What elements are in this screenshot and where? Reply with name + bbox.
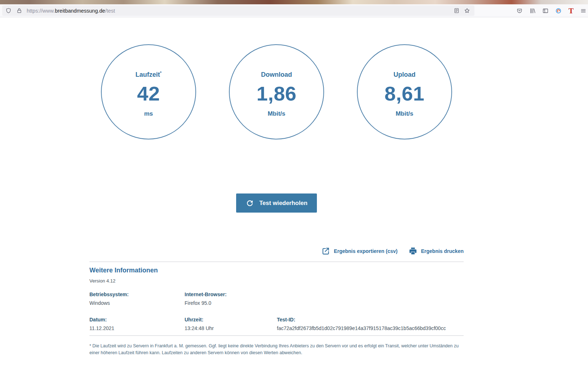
latency-footnote: * Die Laufzeit wird zu Servern in Frankf… (89, 343, 461, 356)
info-cell-date: Datum: 11.12.2021 (89, 316, 185, 331)
menu-hamburger-icon[interactable] (580, 8, 586, 14)
gauge-latency-label: Laufzeit* (136, 69, 162, 79)
repeat-test-button[interactable]: Test wiederholen (236, 193, 317, 213)
info-row-test: Datum: 11.12.2021 Uhrzeit: 13:24:48 Uhr … (89, 316, 464, 331)
refresh-icon (246, 199, 254, 208)
tracking-protection-shield-icon[interactable] (5, 8, 12, 14)
reader-view-icon[interactable] (454, 8, 460, 14)
gauge-download-unit: Mbit/s (268, 110, 285, 117)
url-text[interactable]: https://www.breitbandmessung.de/test (27, 8, 454, 14)
result-actions: Ergebnis exportieren (csv) Ergebnis druc… (89, 246, 464, 255)
window-background-strip (0, 0, 588, 4)
divider-top (89, 262, 464, 262)
toolbar-buttons: T (516, 5, 586, 16)
browser-toolbar: https://www.breitbandmessung.de/test (0, 4, 588, 17)
browser-value: Firefox 95.0 (185, 300, 277, 306)
gauge-upload: Upload 8,61 Mbit/s (357, 44, 452, 139)
gauge-upload-unit: Mbit/s (395, 110, 413, 117)
url-domain: breitbandmessung.de (55, 8, 105, 14)
os-label: Betriebssystem: (89, 291, 185, 298)
printer-icon (408, 246, 417, 255)
url-path: /test (105, 8, 115, 14)
version-text: Version 4.12 (89, 278, 464, 284)
gauge-latency-unit: ms (144, 110, 153, 117)
footnote-marker: * (160, 71, 162, 75)
divider-bottom (89, 335, 464, 336)
info-cell-time: Uhrzeit: 13:24:48 Uhr (185, 316, 277, 331)
gauge-upload-value: 8,61 (385, 83, 425, 104)
time-label: Uhrzeit: (185, 316, 277, 323)
url-bar[interactable]: https://www.breitbandmessung.de/test (2, 5, 474, 16)
testid-value: fac72a2fdf2673fb5d1d02c791989e14a37f9151… (277, 325, 464, 331)
bookmark-star-icon[interactable] (464, 8, 470, 14)
info-row-system: Betriebssystem: Windows Internet-Browser… (89, 291, 464, 306)
info-cell-empty (277, 291, 464, 306)
gauge-upload-label: Upload (394, 69, 416, 79)
gauge-download-value: 1,86 (257, 83, 297, 104)
results-content: Laufzeit* 42 ms Download 1,86 Mbit/s Upl… (89, 17, 464, 356)
time-value: 13:24:48 Uhr (185, 325, 277, 331)
repeat-test-button-label: Test wiederholen (259, 200, 308, 206)
result-gauges: Laufzeit* 42 ms Download 1,86 Mbit/s Upl… (89, 44, 464, 139)
repeat-button-row: Test wiederholen (89, 193, 464, 213)
sidebar-toggle-icon[interactable] (542, 8, 549, 14)
info-cell-browser: Internet-Browser: Firefox 95.0 (185, 291, 277, 306)
browser-label: Internet-Browser: (185, 291, 277, 298)
info-cell-testid: Test-ID: fac72a2fdf2673fb5d1d02c791989e1… (277, 316, 464, 331)
date-label: Datum: (89, 316, 185, 323)
export-icon (321, 246, 330, 255)
more-info-heading: Weitere Informationen (89, 267, 464, 274)
gauge-download: Download 1,86 Mbit/s (229, 44, 324, 139)
speedtest-results-page: { "colors": { "accent_blue": "#30709f", … (0, 0, 588, 365)
library-icon[interactable] (529, 8, 536, 14)
print-result-link[interactable]: Ergebnis drucken (408, 246, 464, 255)
url-prefix: https://www. (27, 8, 55, 14)
testid-label: Test-ID: (277, 316, 464, 323)
pocket-icon[interactable] (516, 8, 523, 14)
export-result-link[interactable]: Ergebnis exportieren (csv) (321, 246, 398, 255)
donut-extension-icon[interactable] (555, 8, 562, 14)
lock-icon[interactable] (16, 8, 22, 14)
os-value: Windows (89, 300, 185, 306)
export-result-label: Ergebnis exportieren (csv) (334, 248, 398, 254)
print-result-label: Ergebnis drucken (421, 248, 464, 254)
gauge-latency-value: 42 (137, 83, 160, 104)
urlbar-page-actions (454, 8, 470, 14)
t-extension-icon[interactable]: T (568, 8, 574, 14)
date-value: 11.12.2021 (89, 325, 185, 331)
gauge-download-label: Download (261, 69, 292, 79)
info-cell-os: Betriebssystem: Windows (89, 291, 185, 306)
gauge-latency: Laufzeit* 42 ms (101, 44, 196, 139)
